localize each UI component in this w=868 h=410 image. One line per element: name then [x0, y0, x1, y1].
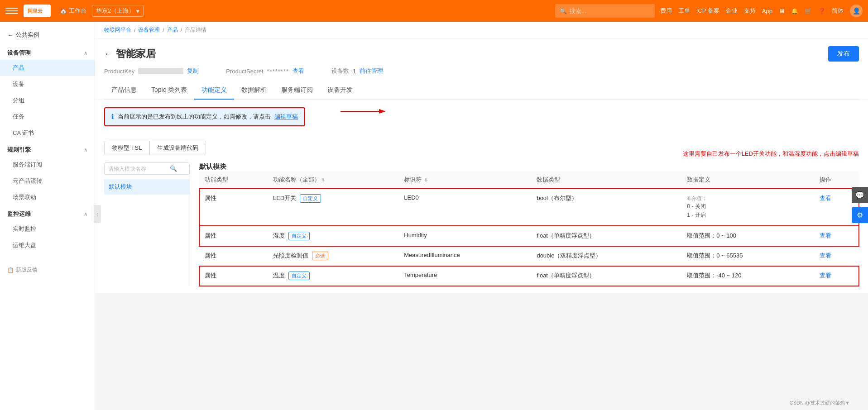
hamburger-menu[interactable]: [5, 5, 18, 17]
th-type: 功能类型: [199, 171, 268, 189]
nav-bell[interactable]: 🔔: [791, 8, 798, 14]
nav-help[interactable]: ❓: [818, 8, 825, 14]
sidebar-item-service-subscription[interactable]: 服务端订阅: [0, 157, 95, 173]
cell-action-humidity: 查看: [814, 226, 859, 246]
layout: ← 公共实例 设备管理 ∧ 产品 设备 分组 任务 CA 证书 规则引擎 ∧ 服…: [0, 22, 868, 410]
search-bar[interactable]: 🔍: [555, 4, 655, 18]
device-count-meta: 设备数 1 前往管理: [331, 67, 383, 75]
sidebar-back-link[interactable]: ← 公共实例: [0, 25, 95, 44]
sidebar-item-device[interactable]: 设备: [0, 76, 95, 92]
info-bar-text: 当前展示的是已发布到线上的功能定义，如需修改，请点击: [118, 113, 271, 121]
sidebar-item-scene[interactable]: 场景联动: [0, 189, 95, 205]
feature-table: 功能类型 功能名称（全部）⇅ 标识符 ⇅ 数据类型 数据定义 操作: [199, 171, 859, 286]
copy-link[interactable]: 复制: [187, 67, 199, 75]
view-humidity-link[interactable]: 查看: [820, 232, 831, 239]
view-secret-link[interactable]: 查看: [293, 67, 304, 75]
nav-lang[interactable]: 简体: [832, 7, 844, 15]
page-header: ← 智能家居 发布 ProductKey 复制 ProductSecret **…: [95, 39, 868, 100]
tab-device-dev[interactable]: 设备开发: [320, 81, 360, 100]
bool-values: 布尔值： 0 - 关闭 1 - 开启: [687, 195, 808, 219]
nav-icp[interactable]: ICP 备案: [696, 7, 719, 15]
feedback-link[interactable]: 📋 新版反馈: [0, 262, 95, 277]
cell-name-humidity: 湿度 自定义: [268, 226, 398, 246]
svg-text:阿里云: 阿里云: [28, 8, 43, 14]
cell-type-double-light: double（双精度浮点型）: [531, 246, 681, 266]
module-search-input[interactable]: [108, 166, 167, 172]
nav-ticket[interactable]: 工单: [678, 7, 690, 15]
sidebar-item-realtime-monitor[interactable]: 实时监控: [0, 221, 95, 237]
workbench-link[interactable]: 🏠 工作台: [60, 7, 86, 15]
tab-topic-list[interactable]: Topic 类列表: [144, 81, 194, 100]
breadcrumb-iot[interactable]: 物联网平台: [104, 26, 131, 34]
nav-app[interactable]: App: [762, 8, 772, 14]
annotation-text: 这里需要自己发布一个LED开关功能，和温湿度功能，点击编辑草稿: [683, 150, 859, 158]
nav-avatar[interactable]: 👤: [850, 5, 863, 17]
breadcrumb-device-mgmt[interactable]: 设备管理: [138, 26, 160, 34]
secret-mask: ********: [267, 68, 289, 75]
module-item-default[interactable]: 默认模块: [104, 179, 190, 195]
view-led-link[interactable]: 查看: [820, 195, 831, 201]
cell-def-led: 布尔值： 0 - 关闭 1 - 开启: [681, 189, 814, 226]
svg-marker-3: [379, 109, 386, 114]
breadcrumb-product[interactable]: 产品: [167, 26, 178, 34]
page-title: ← 智能家居: [104, 47, 156, 61]
product-key-value: [138, 68, 183, 74]
nav-enterprise[interactable]: 企业: [726, 7, 738, 15]
publish-button[interactable]: 发布: [828, 46, 859, 62]
cell-action-temp: 查看: [814, 266, 859, 286]
module-search-box[interactable]: 🔍: [104, 162, 190, 175]
search-input[interactable]: [570, 8, 650, 14]
breadcrumb-product-detail: 产品详情: [185, 26, 206, 34]
cell-type-led: 属性: [199, 189, 268, 226]
sub-tab-gen-code[interactable]: 生成设备端代码: [149, 141, 206, 155]
manage-device-link[interactable]: 前往管理: [360, 67, 383, 75]
sidebar-item-ops-dashboard[interactable]: 运维大盘: [0, 237, 95, 253]
table-row: 属性 湿度 自定义 Humidity float（单精度浮点型） 取值范围：0 …: [199, 226, 859, 246]
sidebar-item-ca[interactable]: CA 证书: [0, 125, 95, 141]
tag-custom-led: 自定义: [300, 194, 321, 203]
cell-type-bool: bool（布尔型）: [531, 189, 681, 226]
cell-id-led: LED0: [398, 189, 531, 226]
edit-draft-link[interactable]: 编辑草稿: [274, 113, 298, 121]
sub-tab-tsl[interactable]: 物模型 TSL: [104, 141, 149, 155]
cell-type-temp: 属性: [199, 266, 268, 286]
float-settings-btn[interactable]: ⚙: [852, 207, 868, 223]
table-row: 属性 LED开关 自定义 LED0 bool（布尔型） 布尔值：: [199, 189, 859, 226]
sidebar-section-monitor: 监控运维 ∧: [0, 205, 95, 221]
back-arrow-btn[interactable]: ←: [104, 49, 112, 59]
tag-custom-humidity: 自定义: [288, 232, 310, 240]
cell-type-float-temp: float（单精度浮点型）: [531, 266, 681, 286]
sidebar-item-cloud-product[interactable]: 云产品流转: [0, 173, 95, 189]
tab-service-sub[interactable]: 服务端订阅: [274, 81, 320, 100]
sidebar-item-group[interactable]: 分组: [0, 92, 95, 109]
view-temp-link[interactable]: 查看: [820, 272, 831, 279]
nav-support[interactable]: 支持: [744, 7, 756, 15]
tab-function-def[interactable]: 功能定义: [194, 81, 234, 100]
view-light-link[interactable]: 查看: [820, 252, 831, 259]
tab-product-info[interactable]: 产品信息: [104, 81, 144, 100]
sidebar-item-task[interactable]: 任务: [0, 109, 95, 125]
tag-required-light: 必选: [312, 252, 328, 260]
sidebar-section-device-management: 设备管理 ∧: [0, 44, 95, 60]
cell-id-temp: Temperature: [398, 266, 531, 286]
product-secret-meta: ProductSecret ******** 查看: [226, 67, 304, 75]
float-chat-btn[interactable]: 💬: [852, 187, 868, 203]
sidebar-collapse-btn[interactable]: ‹: [94, 205, 101, 223]
region-selector[interactable]: 华东2（上海） ▾: [92, 5, 144, 17]
watermark: CSDN @技术过硬的菜鸡▼: [790, 400, 850, 406]
search-icon: 🔍: [170, 165, 177, 172]
main-tabs: 产品信息 Topic 类列表 功能定义 数据解析 服务端订阅 设备开发: [104, 81, 859, 100]
device-count-label: 设备数: [331, 67, 349, 75]
th-data-def: 数据定义: [681, 171, 814, 189]
product-meta: ProductKey 复制 ProductSecret ******** 查看 …: [104, 67, 859, 80]
tab-data-analysis[interactable]: 数据解析: [234, 81, 274, 100]
device-count-value: 1: [353, 68, 356, 75]
cell-type-humidity: 属性: [199, 226, 268, 246]
nav-cost[interactable]: 费用: [660, 7, 672, 15]
product-secret-label: ProductSecret: [226, 68, 263, 75]
sidebar-item-product[interactable]: 产品: [0, 60, 95, 76]
logo: 阿里云: [24, 5, 51, 17]
cell-name-led: LED开关 自定义: [268, 189, 398, 226]
right-float-panel: 💬 ⚙: [852, 187, 868, 223]
nav-cart[interactable]: 🛒: [805, 8, 812, 14]
